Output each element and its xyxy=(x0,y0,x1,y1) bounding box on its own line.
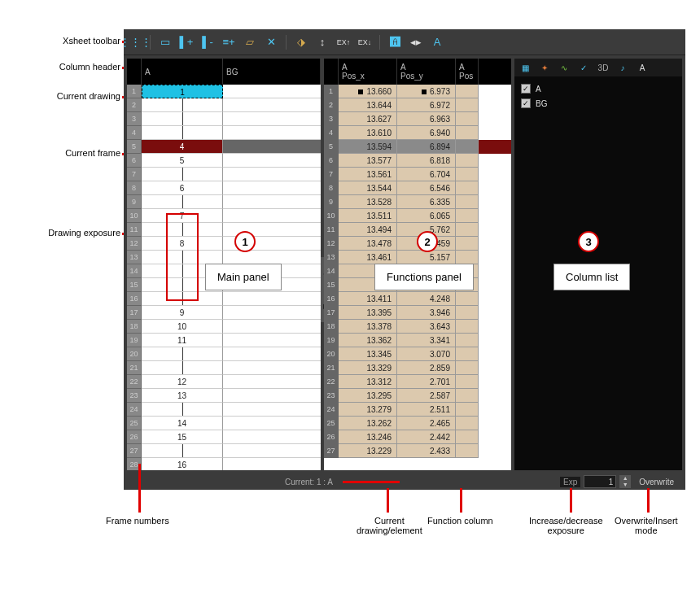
pos3-cell[interactable] xyxy=(456,320,479,334)
func-row[interactable]: 2013.3453.070 xyxy=(324,347,511,361)
posx-cell[interactable]: 13.561 xyxy=(339,168,397,181)
bg-cell[interactable] xyxy=(223,209,321,223)
posy-cell[interactable]: 2.587 xyxy=(397,389,456,403)
main-row[interactable]: 21 xyxy=(127,361,321,375)
bg-cell[interactable] xyxy=(223,458,321,470)
pos3-cell[interactable] xyxy=(456,361,479,375)
posy-cell[interactable]: 2.511 xyxy=(397,403,456,417)
posx-cell[interactable]: 13.494 xyxy=(339,223,397,237)
func-row[interactable]: 1013.5116.065 xyxy=(324,209,511,223)
bg-cell[interactable] xyxy=(223,168,321,181)
posy-cell[interactable]: 5.157 xyxy=(397,251,456,264)
posy-cell[interactable]: 2.859 xyxy=(397,361,456,375)
func-row[interactable]: 1713.3953.946 xyxy=(324,306,511,320)
pos3-cell[interactable] xyxy=(456,98,479,112)
drawing-cell[interactable]: 8 xyxy=(142,237,223,251)
drawing-cell[interactable] xyxy=(142,251,223,264)
expand-icon[interactable]: ⬗ xyxy=(293,34,309,50)
func-row[interactable]: 2413.2792.511 xyxy=(324,403,511,417)
posx-cell[interactable]: 13.246 xyxy=(339,430,397,444)
column-list-tab[interactable]: A xyxy=(635,61,650,74)
posy-cell[interactable]: 2.442 xyxy=(397,430,456,444)
func-row[interactable]: 1613.4114.248 xyxy=(324,292,511,306)
pos3-cell[interactable] xyxy=(456,126,479,140)
pos3-cell[interactable] xyxy=(456,181,479,195)
posy-cell[interactable]: 3.070 xyxy=(397,347,456,361)
posx-cell[interactable]: 13.528 xyxy=(339,195,397,209)
bg-cell[interactable] xyxy=(223,389,321,403)
func-row[interactable]: 2513.2622.465 xyxy=(324,417,511,430)
main-row[interactable]: 24 xyxy=(127,403,321,417)
posx-cell[interactable]: 13.461 xyxy=(339,251,397,264)
bg-cell[interactable] xyxy=(223,361,321,375)
func-row[interactable]: 2613.2462.442 xyxy=(324,430,511,444)
main-row[interactable]: 2212 xyxy=(127,375,321,389)
add-column-icon[interactable]: ▌+ xyxy=(178,34,195,50)
bg-cell[interactable] xyxy=(223,181,321,195)
drawing-cell[interactable] xyxy=(142,292,223,306)
drawing-cell[interactable] xyxy=(142,112,223,126)
func-row[interactable]: 2213.3122.701 xyxy=(324,375,511,389)
posx-cell[interactable]: 13.478 xyxy=(339,237,397,251)
header-posx[interactable]: A Pos_x xyxy=(339,59,397,85)
main-row[interactable]: 2816 xyxy=(127,458,321,470)
main-row[interactable]: 9 xyxy=(127,195,321,209)
main-row[interactable]: 7 xyxy=(127,168,321,181)
bg-cell[interactable] xyxy=(223,292,321,306)
list-add-icon[interactable]: ≡+ xyxy=(221,34,237,50)
mode-label[interactable]: Overwrite xyxy=(634,478,679,486)
posy-cell[interactable]: 6.335 xyxy=(397,195,456,209)
main-row[interactable]: 27 xyxy=(127,444,321,458)
posy-cell[interactable]: 6.972 xyxy=(397,98,456,112)
drawing-cell[interactable] xyxy=(142,98,223,112)
pos3-cell[interactable] xyxy=(456,430,479,444)
func-row[interactable]: 1813.3783.643 xyxy=(324,320,511,334)
main-row[interactable]: 128 xyxy=(127,237,321,251)
main-row[interactable]: 1911 xyxy=(127,334,321,347)
func-row[interactable]: 913.5286.335 xyxy=(324,195,511,209)
func-row[interactable]: 113.6606.973 xyxy=(324,85,511,98)
drawing-cell[interactable]: 14 xyxy=(142,417,223,430)
column-list-tab[interactable]: ▦ xyxy=(518,61,532,74)
func-row[interactable]: 413.6106.940 xyxy=(324,126,511,140)
bg-cell[interactable] xyxy=(223,320,321,334)
drawing-cell[interactable] xyxy=(142,168,223,181)
menu-dots-icon[interactable]: ⋮⋮⋮ xyxy=(127,34,143,50)
nav-back-icon[interactable]: ◂▸ xyxy=(408,34,424,50)
main-row[interactable]: 4 xyxy=(127,126,321,140)
drawing-cell[interactable]: 9 xyxy=(142,306,223,320)
posx-cell[interactable]: 13.345 xyxy=(339,347,397,361)
drawing-cell[interactable]: 10 xyxy=(142,320,223,334)
pos3-cell[interactable] xyxy=(456,389,479,403)
main-row[interactable]: 11 xyxy=(127,85,321,98)
posx-cell[interactable]: 13.295 xyxy=(339,389,397,403)
drawing-cell[interactable] xyxy=(142,223,223,237)
posx-cell[interactable]: 13.644 xyxy=(339,98,397,112)
main-row[interactable]: 2615 xyxy=(127,430,321,444)
pos3-cell[interactable] xyxy=(456,209,479,223)
func-row[interactable]: 1113.4945.762 xyxy=(324,223,511,237)
pos3-cell[interactable] xyxy=(456,154,479,168)
pos3-cell[interactable] xyxy=(456,195,479,209)
drawing-cell[interactable]: 5 xyxy=(142,154,223,168)
drawing-cell[interactable] xyxy=(142,347,223,361)
bg-cell[interactable] xyxy=(223,430,321,444)
column-list-item[interactable]: ✓BG xyxy=(521,96,676,111)
posx-cell[interactable]: 13.511 xyxy=(339,209,397,223)
remove-column-icon[interactable]: ▌- xyxy=(199,34,216,50)
main-row[interactable]: 107 xyxy=(127,209,321,223)
posy-cell[interactable]: 6.940 xyxy=(397,126,456,140)
bg-cell[interactable] xyxy=(223,98,321,112)
func-row[interactable]: 2113.3292.859 xyxy=(324,361,511,375)
column-list-tab[interactable]: ♪ xyxy=(615,61,630,74)
drawing-cell[interactable] xyxy=(142,195,223,209)
func-row[interactable]: 513.5946.894 xyxy=(324,140,511,154)
drawing-cell[interactable]: 6 xyxy=(142,181,223,195)
bg-cell[interactable] xyxy=(223,251,321,264)
pos3-cell[interactable] xyxy=(456,347,479,361)
posx-cell[interactable]: 13.594 xyxy=(339,140,397,154)
header-col-a[interactable]: A xyxy=(142,59,223,85)
main-row[interactable]: 65 xyxy=(127,154,321,168)
column-list-tab[interactable]: 3D xyxy=(596,61,610,74)
main-row[interactable]: 1810 xyxy=(127,320,321,334)
